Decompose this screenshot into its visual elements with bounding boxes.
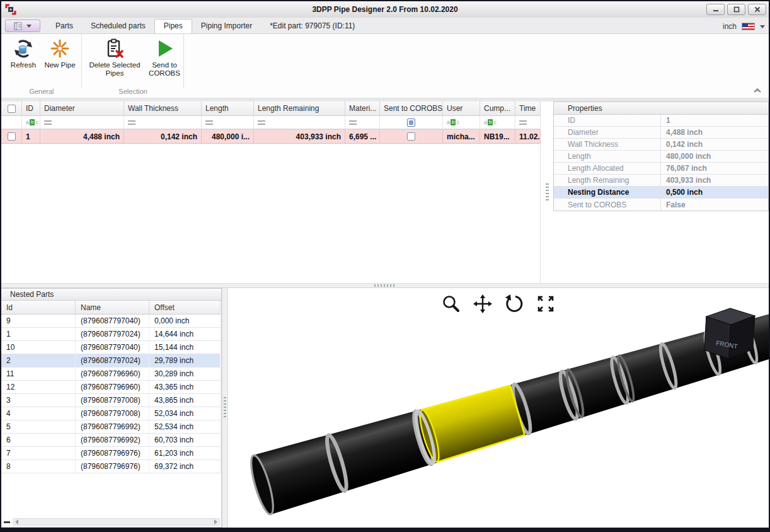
viewport-toolbar bbox=[440, 293, 556, 315]
filter-time[interactable] bbox=[515, 116, 541, 130]
app-logo-icon bbox=[5, 4, 16, 15]
property-row-diameter[interactable]: Diameter4,488 inch bbox=[554, 127, 768, 139]
filter-wall-thickness[interactable] bbox=[124, 116, 202, 130]
nested-part-row-selected[interactable]: 2(8796087797024)29,789 inch bbox=[1, 354, 221, 367]
property-row-id[interactable]: ID1 bbox=[554, 115, 768, 127]
cell-length-remaining: 403,933 inch bbox=[254, 130, 345, 144]
text-filter-icon: abc bbox=[447, 119, 459, 125]
rotate-tool-button[interactable] bbox=[503, 293, 525, 315]
col-header-nested-id[interactable]: Id bbox=[1, 301, 76, 315]
property-row-length-remaining[interactable]: Length Remaining403,933 inch bbox=[554, 175, 768, 187]
filter-length[interactable] bbox=[202, 116, 254, 130]
scrollbar-track[interactable] bbox=[13, 518, 220, 526]
scroll-left-icon[interactable] bbox=[15, 519, 18, 524]
pipe-3d-scene[interactable]: FRONT bbox=[228, 288, 769, 528]
splitter-grip bbox=[546, 183, 549, 202]
col-header-material[interactable]: Materi... bbox=[345, 101, 380, 116]
col-header-user[interactable]: User bbox=[443, 101, 480, 116]
filter-length-remaining[interactable] bbox=[254, 116, 345, 130]
cell-cump: NB19... bbox=[480, 130, 515, 144]
pan-tool-button[interactable] bbox=[472, 293, 493, 315]
collapse-ribbon-chevron-icon[interactable] bbox=[752, 86, 762, 94]
cell-length: 480,000 i... bbox=[202, 130, 254, 144]
pipe-3d-model[interactable] bbox=[247, 304, 769, 516]
vertical-splitter-bottom[interactable] bbox=[222, 288, 228, 528]
tab-pipes[interactable]: Pipes bbox=[154, 19, 192, 33]
refresh-label: Refresh bbox=[11, 61, 36, 69]
new-pipe-label: New Pipe bbox=[44, 61, 75, 69]
property-row-length[interactable]: Length480,000 inch bbox=[554, 151, 768, 163]
language-caret-icon[interactable] bbox=[760, 25, 765, 28]
select-all-checkbox[interactable] bbox=[8, 105, 16, 113]
filter-material[interactable] bbox=[345, 116, 380, 130]
vertical-splitter[interactable] bbox=[541, 101, 553, 283]
filter-user[interactable]: abc bbox=[443, 116, 480, 130]
nested-part-row[interactable]: 4(8796087797008)52,034 inch bbox=[1, 407, 221, 420]
filter-diameter[interactable] bbox=[40, 116, 124, 130]
fit-view-tool-button[interactable] bbox=[535, 293, 556, 315]
filter-cump[interactable]: abc bbox=[480, 116, 515, 130]
filter-sent-to-corobs[interactable] bbox=[380, 116, 443, 130]
nested-part-row[interactable]: 10(8796087797040)15,144 inch bbox=[1, 341, 221, 354]
sent-to-corobs-checkbox[interactable] bbox=[407, 132, 415, 141]
send-corobs-icon bbox=[154, 38, 175, 59]
tab-edit-part[interactable]: *Edit part: 979075 (ID:11) bbox=[261, 19, 364, 33]
tab-parts[interactable]: Parts bbox=[47, 19, 82, 33]
properties-title: Properties bbox=[554, 102, 768, 115]
close-button[interactable] bbox=[748, 4, 766, 15]
new-pipe-button[interactable]: New Pipe bbox=[42, 37, 78, 71]
unit-label: inch bbox=[723, 22, 737, 31]
col-header-sent-to-corobs[interactable]: Sent to COROBS bbox=[380, 101, 443, 116]
title-bar: 3DPP Pipe Designer 2.0 From 10.02.2020 bbox=[1, 1, 769, 18]
col-header-cump[interactable]: Cump... bbox=[480, 101, 515, 116]
nested-part-row[interactable]: 12(8796087796960)43,365 inch bbox=[1, 381, 221, 394]
col-header-nested-offset[interactable]: Offset bbox=[149, 301, 221, 315]
nested-part-row[interactable]: 9(8796087797040)0,000 inch bbox=[1, 315, 221, 328]
group-caption-general: General bbox=[1, 88, 82, 98]
nested-part-row[interactable]: 3(8796087797008)43,865 inch bbox=[1, 394, 221, 407]
zoom-tool-button[interactable] bbox=[440, 293, 462, 315]
selected-pipe-segment[interactable] bbox=[413, 384, 526, 465]
col-header-id[interactable]: ID bbox=[22, 101, 40, 116]
col-header-length-remaining[interactable]: Length Remaining bbox=[254, 101, 345, 116]
nested-part-row[interactable]: 7(8796087796976)61,203 inch bbox=[1, 447, 221, 460]
pipe-row[interactable]: 1 4,488 inch 0,142 inch 480,000 i... 403… bbox=[1, 130, 541, 144]
delete-selected-pipes-button[interactable]: Delete Selected Pipes bbox=[86, 37, 144, 79]
minimize-button[interactable] bbox=[706, 4, 725, 15]
col-header-time[interactable]: Time bbox=[515, 101, 541, 116]
col-header-nested-name[interactable]: Name bbox=[76, 301, 149, 315]
view-cube[interactable]: FRONT bbox=[704, 308, 755, 359]
scroll-right-icon[interactable] bbox=[214, 519, 217, 524]
nested-part-row[interactable]: 11(8796087796960)30,289 inch bbox=[1, 367, 221, 381]
col-header-diameter[interactable]: Diameter bbox=[40, 101, 124, 116]
nested-part-row[interactable]: 1(8796087797024)14,644 inch bbox=[1, 328, 221, 341]
nested-parts-hscrollbar[interactable] bbox=[1, 518, 221, 527]
property-row-length-allocated[interactable]: Length Allocated76,067 inch bbox=[554, 163, 768, 175]
row-checkbox[interactable] bbox=[8, 132, 16, 141]
send-corobs-label: Send to COROBS bbox=[146, 61, 183, 78]
nested-part-row[interactable]: 6(8796087796992)60,703 inch bbox=[1, 434, 221, 447]
us-flag-icon[interactable] bbox=[742, 23, 755, 30]
property-row-nesting-distance[interactable]: Nesting Distance0,500 inch bbox=[554, 187, 768, 199]
equals-filter-icon bbox=[44, 120, 52, 125]
send-to-corobs-button[interactable]: Send to COROBS bbox=[144, 37, 185, 79]
filter-id[interactable]: abc bbox=[22, 116, 40, 130]
pipes-header-row: ID Diameter Wall Thickness Length Length… bbox=[1, 101, 541, 116]
tab-piping-importer[interactable]: Piping Importer bbox=[192, 19, 261, 33]
nested-part-row[interactable]: 5(8796087796992)52,534 inch bbox=[1, 420, 221, 434]
layout-menu-icon bbox=[14, 22, 24, 30]
splitter-grip bbox=[374, 284, 396, 287]
property-row-sent-to-corobs[interactable]: Sent to COROBSFalse bbox=[554, 199, 768, 211]
cell-time: 11.02... bbox=[515, 130, 541, 144]
col-header-length[interactable]: Length bbox=[202, 101, 254, 116]
col-header-wall-thickness[interactable]: Wall Thickness bbox=[124, 101, 202, 116]
nested-part-row[interactable]: 8(8796087796976)69,372 inch bbox=[1, 460, 221, 473]
horizontal-splitter[interactable] bbox=[1, 283, 769, 288]
refresh-button[interactable]: Refresh bbox=[5, 37, 42, 71]
application-menu-button[interactable] bbox=[5, 20, 40, 32]
3d-viewport[interactable]: FRONT bbox=[228, 288, 769, 528]
property-row-wall-thickness[interactable]: Wall Thickness0,142 inch bbox=[554, 139, 768, 151]
collapse-handle-icon[interactable] bbox=[4, 521, 10, 523]
tab-scheduled-parts[interactable]: Scheduled parts bbox=[82, 19, 154, 33]
maximize-button[interactable] bbox=[727, 4, 745, 15]
